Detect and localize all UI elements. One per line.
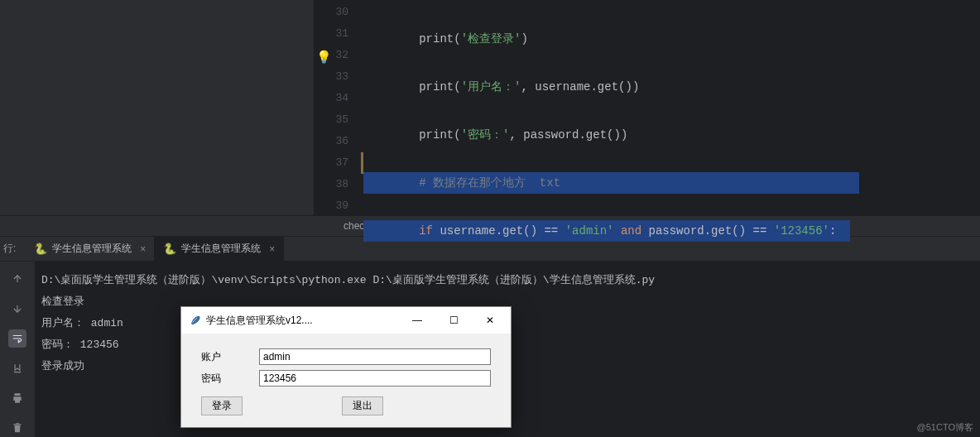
- run-toolbar: [0, 262, 35, 437]
- password-label: 密码: [201, 372, 259, 386]
- window-titlebar[interactable]: 学生信息管理系统v12.... ― ☐ ✕: [181, 307, 511, 334]
- tkinter-app-window[interactable]: 学生信息管理系统v12.... ― ☐ ✕ 账户 密码 登录 退出: [180, 306, 512, 428]
- trash-icon[interactable]: [8, 419, 26, 437]
- close-icon[interactable]: ✕: [479, 315, 501, 326]
- run-tab-2[interactable]: 🐍 学生信息管理系统 ×: [155, 237, 284, 262]
- run-tab-1[interactable]: 🐍 学生信息管理系统 ×: [26, 237, 155, 262]
- close-icon[interactable]: ×: [140, 243, 146, 255]
- up-icon[interactable]: [8, 270, 26, 288]
- python-icon: 🐍: [34, 243, 47, 255]
- code-editor[interactable]: 30 31 💡32 33 34 35 36 37 38 39 print('检查…: [314, 0, 980, 215]
- scroll-end-icon[interactable]: [8, 359, 26, 377]
- python-icon: 🐍: [163, 243, 176, 255]
- soft-wrap-icon[interactable]: [8, 329, 26, 348]
- password-input[interactable]: [259, 370, 491, 387]
- close-icon[interactable]: ×: [269, 243, 275, 255]
- line-gutter: 30 31 💡32 33 34 35 36 37 38 39: [314, 0, 363, 215]
- run-label: 行:: [0, 242, 26, 256]
- window-title: 学生信息管理系统v12....: [206, 314, 406, 328]
- warning-marker-icon: [361, 152, 363, 174]
- print-icon[interactable]: [8, 389, 26, 407]
- console-line: 登录成功: [41, 360, 84, 372]
- console-line: 密码： 123456: [41, 339, 119, 351]
- code-body[interactable]: print('检查登录') print('用户名：', username.get…: [363, 0, 980, 215]
- username-label: 账户: [201, 350, 259, 364]
- minimize-icon[interactable]: ―: [406, 315, 428, 326]
- maximize-icon[interactable]: ☐: [443, 315, 464, 326]
- down-icon[interactable]: [8, 300, 26, 318]
- username-input[interactable]: [259, 348, 491, 365]
- watermark: @51CTO博客: [917, 421, 973, 434]
- login-button[interactable]: 登录: [201, 396, 243, 415]
- tk-feather-icon: [188, 314, 201, 327]
- console-line: 用户名： admin: [41, 317, 123, 329]
- console-cmd: D:\桌面版学生管理系统（进阶版）\venv\Scripts\python.ex…: [41, 274, 655, 286]
- console-line: 检查登录: [41, 295, 84, 308]
- exit-button[interactable]: 退出: [342, 396, 383, 415]
- project-panel[interactable]: [0, 0, 314, 215]
